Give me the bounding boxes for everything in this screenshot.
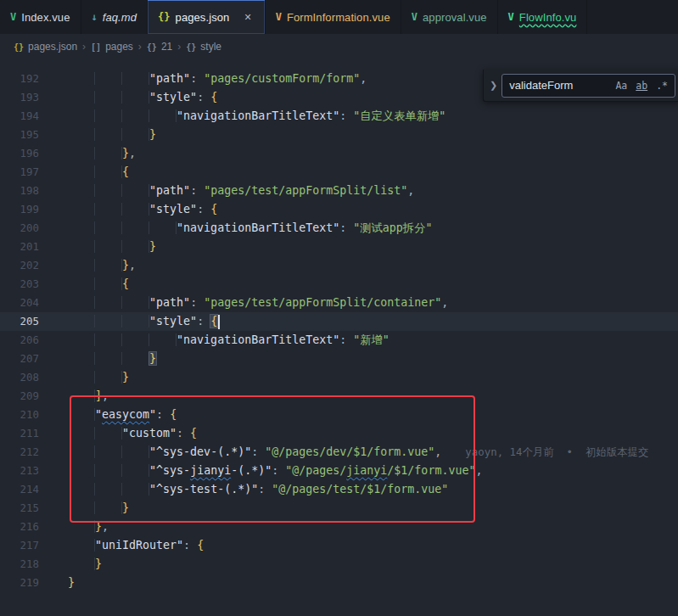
code-line-199[interactable]: 199 "style": { bbox=[0, 200, 678, 219]
line-number[interactable]: 213 bbox=[0, 462, 39, 480]
tab-faq-md[interactable]: ↓faq.md bbox=[81, 0, 148, 34]
line-number[interactable]: 214 bbox=[0, 480, 39, 499]
editor[interactable]: 192 "path": "pages/customForm/form",193 … bbox=[0, 59, 678, 616]
line-number[interactable]: 215 bbox=[0, 499, 39, 518]
line-number[interactable]: 205 bbox=[0, 312, 39, 331]
token: : bbox=[190, 184, 204, 197]
token bbox=[68, 427, 122, 440]
code-line-218[interactable]: 218 } bbox=[0, 555, 678, 574]
line-number[interactable]: 193 bbox=[0, 88, 39, 107]
code-line-206[interactable]: 206 "navigationBarTitleText": "新增" bbox=[0, 331, 678, 350]
line-number[interactable]: 204 bbox=[0, 294, 39, 312]
code-line-216[interactable]: 216 }, bbox=[0, 518, 678, 536]
token: { bbox=[210, 91, 217, 104]
code-line-200[interactable]: 200 "navigationBarTitleText": "测试app拆分" bbox=[0, 219, 678, 238]
code-line-213[interactable]: 213 "^sys-jianyi-(.*)": "@/pages/jianyi/… bbox=[0, 462, 678, 480]
code-line-219[interactable]: 219} bbox=[0, 574, 678, 592]
token: "style" bbox=[149, 91, 197, 104]
line-number[interactable]: 217 bbox=[0, 536, 39, 555]
line-number[interactable]: 202 bbox=[0, 256, 39, 275]
line-number[interactable]: 203 bbox=[0, 275, 39, 294]
code-line-202[interactable]: 202 }, bbox=[0, 256, 678, 275]
regex-button[interactable]: .* bbox=[653, 78, 671, 93]
token bbox=[68, 557, 95, 570]
tab-forminformation-vue[interactable]: VFormInformation.vue bbox=[266, 0, 401, 34]
line-number[interactable]: 219 bbox=[0, 574, 39, 592]
code-line-204[interactable]: 204 "path": "pages/test/appFormSplit/con… bbox=[0, 294, 678, 312]
tab-flowinfo-vu[interactable]: VFlowInfo.vu bbox=[498, 0, 588, 34]
line-content: "navigationBarTitleText": "新增" bbox=[39, 331, 389, 350]
code-line-196[interactable]: 196 }, bbox=[0, 144, 678, 163]
line-number[interactable]: 216 bbox=[0, 518, 39, 536]
token: } bbox=[95, 520, 102, 533]
code-line-212[interactable]: 212 "^sys-dev-(.*)": "@/pages/dev/$1/for… bbox=[0, 443, 678, 462]
code-line-197[interactable]: 197 { bbox=[0, 163, 678, 182]
breadcrumb-item-21[interactable]: {}21 bbox=[147, 41, 172, 53]
token: "^sys- bbox=[149, 464, 190, 477]
line-number[interactable]: 218 bbox=[0, 555, 39, 574]
line-number[interactable]: 195 bbox=[0, 126, 39, 144]
token: "path" bbox=[149, 184, 190, 197]
token bbox=[68, 221, 177, 234]
line-number[interactable]: 207 bbox=[0, 350, 39, 368]
token: "@/pages/dev/$1/form.vue" bbox=[265, 445, 434, 458]
line-number[interactable]: 197 bbox=[0, 163, 39, 182]
line-content: "style": { bbox=[39, 200, 217, 219]
line-number[interactable]: 201 bbox=[0, 238, 39, 256]
code-line-195[interactable]: 195 } bbox=[0, 126, 678, 144]
match-case-button[interactable]: Aa bbox=[612, 78, 630, 93]
token: /$1/form.vue" bbox=[387, 464, 475, 477]
token: easycom bbox=[102, 408, 149, 421]
code-line-210[interactable]: 210 "easycom": { bbox=[0, 406, 678, 424]
code-line-198[interactable]: 198 "path": "pages/test/appFormSplit/lis… bbox=[0, 182, 678, 200]
code-line-203[interactable]: 203 { bbox=[0, 275, 678, 294]
code-line-211[interactable]: 211 "custom": { bbox=[0, 424, 678, 443]
line-number[interactable]: 209 bbox=[0, 387, 39, 406]
find-input[interactable]: validateForm Aa ab .* bbox=[501, 74, 675, 98]
line-number[interactable]: 208 bbox=[0, 368, 39, 387]
tab-approval-vue[interactable]: Vapproval.vue bbox=[401, 0, 498, 34]
code-line-207[interactable]: 207 } bbox=[0, 350, 678, 368]
code-line-215[interactable]: 215 } bbox=[0, 499, 678, 518]
line-number[interactable]: 192 bbox=[0, 70, 39, 88]
token: { bbox=[210, 203, 217, 216]
line-content: "easycom": { bbox=[39, 406, 177, 424]
line-content: }, bbox=[39, 256, 136, 275]
line-number[interactable]: 199 bbox=[0, 200, 39, 219]
whole-word-button[interactable]: ab bbox=[632, 78, 651, 93]
token: : bbox=[339, 109, 353, 122]
code-line-209[interactable]: 209 ], bbox=[0, 387, 678, 406]
breadcrumb-item-pages-json[interactable]: {}pages.json bbox=[14, 41, 77, 53]
breadcrumb-item-style[interactable]: {}style bbox=[186, 41, 221, 53]
symbol-array-icon: [] bbox=[91, 42, 101, 52]
toggle-replace-chevron-icon[interactable]: ❯ bbox=[485, 80, 501, 91]
line-content: "path": "pages/customForm/form", bbox=[39, 70, 367, 88]
line-content: "^sys-test-(.*)": "@/pages/test/$1/form.… bbox=[39, 480, 448, 499]
token: : bbox=[339, 221, 353, 234]
token: "style" bbox=[149, 203, 197, 216]
line-number[interactable]: 196 bbox=[0, 144, 39, 163]
line-number[interactable]: 206 bbox=[0, 331, 39, 350]
tab-index-vue[interactable]: VIndex.vue bbox=[0, 0, 81, 34]
tab-pages-json[interactable]: {}pages.json✕ bbox=[148, 0, 266, 34]
line-number[interactable]: 212 bbox=[0, 443, 39, 462]
close-icon[interactable]: ✕ bbox=[241, 11, 254, 24]
code-line-205[interactable]: 205 "style": { bbox=[0, 312, 678, 331]
code-line-194[interactable]: 194 "navigationBarTitleText": "自定义表单新增" bbox=[0, 107, 678, 126]
line-number[interactable]: 210 bbox=[0, 406, 39, 424]
line-content: } bbox=[39, 368, 129, 387]
line-number[interactable]: 194 bbox=[0, 107, 39, 126]
token: "pages/test/appFormSplit/container" bbox=[204, 296, 441, 309]
line-number[interactable]: 211 bbox=[0, 424, 39, 443]
token bbox=[68, 389, 95, 402]
token bbox=[68, 371, 122, 384]
line-number[interactable]: 200 bbox=[0, 219, 39, 238]
token: "navigationBarTitleText" bbox=[177, 109, 339, 122]
breadcrumb-item-pages[interactable]: []pages bbox=[91, 41, 133, 53]
code-line-214[interactable]: 214 "^sys-test-(.*)": "@/pages/test/$1/f… bbox=[0, 480, 678, 499]
code-line-217[interactable]: 217 "uniIdRouter": { bbox=[0, 536, 678, 555]
code-line-208[interactable]: 208 } bbox=[0, 368, 678, 387]
code-line-201[interactable]: 201 } bbox=[0, 238, 678, 256]
token: { bbox=[197, 539, 204, 552]
line-number[interactable]: 198 bbox=[0, 182, 39, 200]
